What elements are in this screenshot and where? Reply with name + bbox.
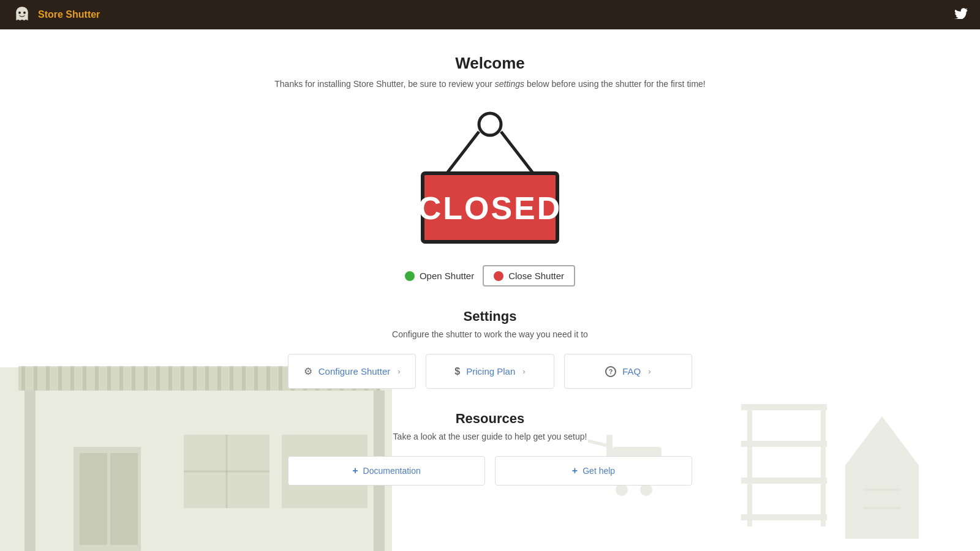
documentation-label: Documentation: [363, 466, 421, 476]
chevron-right-icon-2: ›: [522, 367, 525, 376]
faq-label: FAQ: [622, 366, 641, 377]
dollar-icon: $: [454, 366, 460, 377]
resources-subtitle: Take a look at the user guide to help ge…: [393, 432, 587, 441]
app-logo: [12, 5, 32, 24]
plus-icon-docs: +: [352, 465, 358, 476]
configure-shutter-card[interactable]: ⚙ Configure Shutter ›: [288, 354, 416, 389]
open-dot-icon: [405, 271, 415, 281]
welcome-subtitle: Thanks for installing Store Shutter, be …: [274, 79, 705, 89]
svg-point-51: [616, 484, 628, 496]
shutter-controls: Open Shutter Close Shutter: [405, 265, 575, 287]
svg-point-3: [479, 113, 501, 135]
svg-point-1: [18, 12, 21, 14]
gear-icon: ⚙: [304, 365, 312, 377]
settings-cards: ⚙ Configure Shutter › $ Pricing Plan › ?…: [288, 354, 692, 389]
svg-line-5: [501, 132, 534, 174]
navbar: Store Shutter: [0, 0, 980, 29]
pricing-plan-label: Pricing Plan: [466, 366, 515, 377]
open-shutter-button[interactable]: Open Shutter: [405, 271, 474, 281]
welcome-title: Welcome: [455, 54, 525, 73]
resources-title: Resources: [456, 411, 525, 427]
configure-shutter-label: Configure Shutter: [318, 366, 391, 377]
brand: Store Shutter: [12, 5, 100, 24]
pricing-plan-card[interactable]: $ Pricing Plan ›: [426, 354, 554, 389]
svg-point-2: [23, 12, 26, 14]
close-dot-icon: [494, 271, 503, 281]
svg-text:CLOSED: CLOSED: [418, 190, 562, 226]
get-help-card[interactable]: + Get help: [495, 456, 692, 485]
svg-point-52: [640, 484, 652, 496]
chevron-right-icon: ›: [398, 367, 400, 376]
faq-card[interactable]: ? FAQ ›: [564, 354, 692, 389]
resources-cards: + Documentation + Get help: [288, 456, 692, 485]
close-shutter-button[interactable]: Close Shutter: [483, 265, 575, 287]
documentation-card[interactable]: + Documentation: [288, 456, 485, 485]
twitter-icon[interactable]: [954, 8, 968, 22]
chevron-right-icon-3: ›: [648, 367, 650, 376]
question-icon: ?: [605, 366, 616, 377]
closed-sign-illustration: CLOSED: [404, 107, 576, 248]
main-content: Welcome Thanks for installing Store Shut…: [0, 29, 980, 485]
svg-rect-59: [741, 514, 827, 520]
app-title: Store Shutter: [38, 9, 100, 20]
plus-icon-help: +: [572, 465, 578, 476]
get-help-label: Get help: [582, 466, 615, 476]
settings-title: Settings: [464, 309, 517, 324]
svg-line-4: [446, 132, 479, 174]
settings-subtitle: Configure the shutter to work the way yo…: [392, 329, 588, 339]
